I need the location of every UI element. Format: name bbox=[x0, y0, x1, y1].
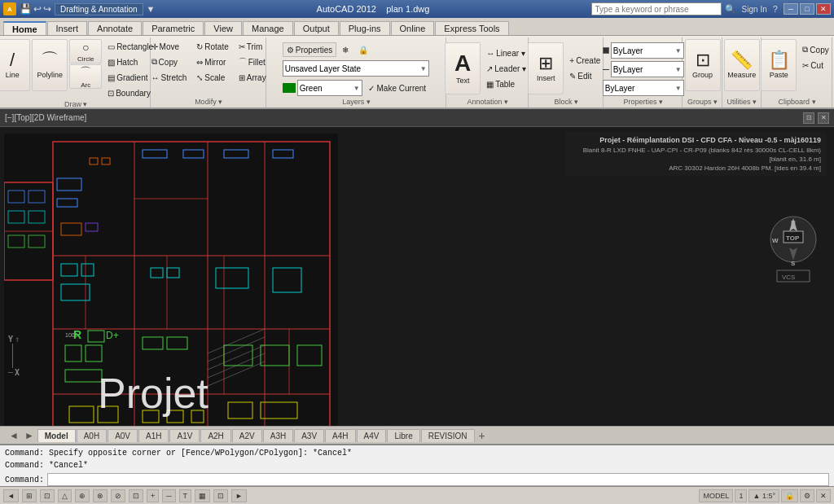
tab-libre[interactable]: Libre bbox=[387, 429, 419, 442]
layer-lock-button[interactable]: 🔒 bbox=[354, 42, 372, 57]
qp-btn[interactable]: ▦ bbox=[195, 489, 210, 502]
line-button[interactable]: / Line bbox=[0, 39, 30, 91]
circle-button[interactable]: ○ Circle bbox=[69, 39, 102, 64]
tab-express[interactable]: Express Tools bbox=[435, 21, 508, 35]
tab-revision[interactable]: REVISION bbox=[421, 429, 475, 442]
scale-button[interactable]: ⤡ Scale bbox=[192, 70, 232, 85]
tab-plugins[interactable]: Plug-ins bbox=[340, 21, 390, 35]
grid-display-btn[interactable]: 1 bbox=[735, 489, 747, 502]
copy-button[interactable]: ⧉ Copy bbox=[147, 55, 191, 69]
layer-properties-button[interactable]: ⚙ Properties bbox=[283, 42, 337, 57]
dyn-btn[interactable]: + bbox=[147, 489, 159, 502]
tab-a0h[interactable]: A0H bbox=[77, 429, 107, 442]
tab-a2h[interactable]: A2H bbox=[200, 429, 230, 442]
insert-button[interactable]: ⊞ Insert bbox=[528, 42, 564, 94]
make-current-button[interactable]: ✓ Make Current bbox=[364, 81, 430, 95]
group-button[interactable]: ⊡ Group bbox=[685, 39, 721, 91]
tab-a0v[interactable]: A0V bbox=[108, 429, 138, 442]
lineweight-dropdown[interactable]: ByLayer▼ bbox=[603, 80, 684, 96]
ortho-btn[interactable]: △ bbox=[58, 489, 72, 502]
workspace-dropdown[interactable]: ▼ bbox=[147, 4, 156, 14]
move-button[interactable]: ✛ Move bbox=[147, 39, 191, 54]
workspace-selector[interactable]: Drafting & Annotation bbox=[55, 3, 143, 15]
copy-clipboard-button[interactable]: ⧉ Copy bbox=[798, 42, 832, 57]
paste-button[interactable]: 📋 Paste bbox=[761, 39, 797, 91]
tab-prev-arrow[interactable]: ◄ bbox=[7, 430, 21, 441]
tab-home[interactable]: Home bbox=[3, 21, 46, 35]
snap-btn[interactable]: ⊡ bbox=[40, 489, 55, 502]
gear-btn[interactable]: ⚙ bbox=[800, 489, 814, 502]
anno-scale-btn[interactable]: ▲ 1:5° bbox=[748, 489, 779, 502]
otrack-btn[interactable]: ⊘ bbox=[111, 489, 125, 502]
linear-button[interactable]: ↔ Linear ▾ bbox=[482, 46, 530, 60]
polar-btn[interactable]: ⊕ bbox=[75, 489, 90, 502]
keyword-search[interactable] bbox=[591, 2, 722, 15]
tab-a4v[interactable]: A4V bbox=[357, 429, 387, 442]
array-button[interactable]: ⊞ Array bbox=[235, 70, 270, 85]
tab-a1h[interactable]: A1H bbox=[138, 429, 169, 442]
rotate-button[interactable]: ↻ Rotate bbox=[192, 39, 232, 54]
tab-online[interactable]: Online bbox=[391, 21, 435, 35]
color-dropdown[interactable]: Green ▼ bbox=[297, 80, 362, 96]
sc-btn[interactable]: ⊡ bbox=[213, 489, 228, 502]
leader-button[interactable]: ↗ Leader ▾ bbox=[482, 61, 530, 76]
text-button[interactable]: A Text bbox=[445, 42, 481, 94]
ribbon-group-utilities: 📏 Measure Utilities ▾ bbox=[723, 37, 762, 107]
info-line1: Blanit 8-R LXD FNHE - UAP-CPI - CR-P09 (… bbox=[570, 146, 821, 164]
status-bar: ◄ ⊞ ⊡ △ ⊕ ⊗ ⊘ ⊡ + ─ T ▦ ⊡ ► MODEL 1 ▲ 1:… bbox=[0, 486, 834, 504]
tab-view[interactable]: View bbox=[204, 21, 242, 35]
polyline-button[interactable]: ⌒ Polyline bbox=[32, 39, 68, 91]
help-icon[interactable]: ? bbox=[773, 4, 778, 14]
tab-model[interactable]: Model bbox=[37, 429, 76, 442]
ducs-btn[interactable]: ⊡ bbox=[129, 489, 143, 502]
create-button[interactable]: + Create bbox=[565, 54, 604, 68]
edit-button[interactable]: ✎ Edit bbox=[565, 69, 604, 84]
layer-state-dropdown[interactable]: Unsaved Layer State ▼ bbox=[283, 60, 429, 77]
layer-freeze-button[interactable]: ❄ bbox=[338, 42, 353, 57]
tab-parametric[interactable]: Parametric bbox=[143, 21, 204, 35]
minimize-button[interactable]: ─ bbox=[784, 3, 798, 15]
cut-button[interactable]: ✂ Cut bbox=[798, 58, 832, 72]
status-scroll-right[interactable]: ► bbox=[231, 489, 247, 502]
qat-redo[interactable]: ↪ bbox=[43, 3, 51, 15]
tab-a2v[interactable]: A2V bbox=[232, 429, 262, 442]
stretch-button[interactable]: ↔ Stretch bbox=[147, 70, 191, 85]
close-button[interactable]: ✕ bbox=[816, 3, 831, 15]
tab-add-button[interactable]: + bbox=[479, 429, 485, 442]
measure-button[interactable]: 📏 Measure bbox=[724, 39, 760, 91]
tab-a3h[interactable]: A3H bbox=[263, 429, 293, 442]
tspace-btn[interactable]: T bbox=[179, 489, 192, 502]
ws-lock-btn[interactable]: 🔒 bbox=[781, 489, 798, 502]
tab-a4h[interactable]: A4H bbox=[325, 429, 355, 442]
tab-next-arrow[interactable]: ► bbox=[22, 430, 37, 441]
osnap-btn[interactable]: ⊗ bbox=[93, 489, 108, 502]
snap-grid-btn[interactable]: ⊞ bbox=[22, 489, 37, 502]
linetype-dropdown[interactable]: ByLayer▼ bbox=[611, 61, 684, 77]
status-scroll-left[interactable]: ◄ bbox=[3, 489, 19, 502]
search-icon[interactable]: 🔍 bbox=[725, 4, 736, 15]
restore-btn[interactable]: ⊡ bbox=[803, 112, 814, 124]
mirror-button[interactable]: ⇔ Mirror bbox=[192, 55, 232, 69]
tab-output[interactable]: Output bbox=[294, 21, 339, 35]
table-button[interactable]: ▦ Table bbox=[482, 77, 530, 91]
svg-text:N: N bbox=[791, 219, 796, 226]
model-btn[interactable]: MODEL bbox=[699, 489, 733, 502]
color-bylayer-dropdown[interactable]: ByLayer▼ bbox=[611, 42, 684, 59]
arc-button[interactable]: ⌒ Arc bbox=[69, 64, 102, 89]
trim-button[interactable]: ✂ Trim bbox=[235, 39, 270, 54]
tab-a1v[interactable]: A1V bbox=[169, 429, 200, 442]
maximize-button[interactable]: □ bbox=[800, 3, 814, 15]
qat-undo[interactable]: ↩ bbox=[33, 3, 42, 15]
command-input[interactable] bbox=[47, 473, 829, 486]
tab-insert[interactable]: Insert bbox=[47, 21, 88, 35]
qat-save[interactable]: 💾 bbox=[20, 3, 32, 15]
close-view-btn[interactable]: ✕ bbox=[818, 112, 829, 124]
tab-manage[interactable]: Manage bbox=[243, 21, 293, 35]
fillet-button[interactable]: ⌒ Fillet bbox=[235, 55, 270, 69]
tab-a3v[interactable]: A3V bbox=[294, 429, 324, 442]
tab-annotate[interactable]: Annotate bbox=[88, 21, 142, 35]
lw-btn[interactable]: ─ bbox=[162, 489, 175, 502]
sign-in-label[interactable]: Sign In bbox=[742, 5, 767, 14]
canvas-wrapper[interactable]: [−][Top][2D Wireframe] ⊡ ✕ bbox=[0, 109, 834, 426]
close-msg-btn[interactable]: ✕ bbox=[816, 489, 831, 502]
